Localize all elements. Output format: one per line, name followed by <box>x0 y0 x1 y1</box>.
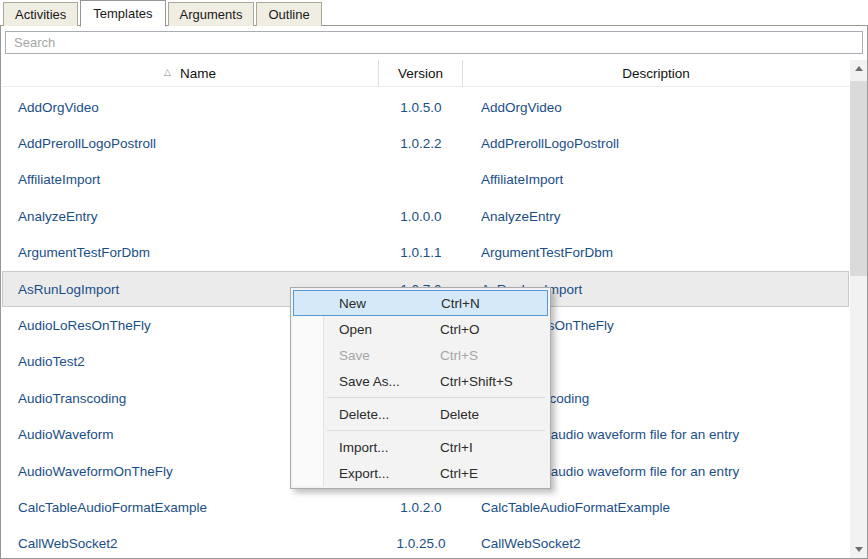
menu-item-shortcut: Ctrl+O <box>440 322 479 337</box>
menu-item-save: SaveCtrl+S <box>293 342 548 368</box>
tab-outline[interactable]: Outline <box>256 2 321 26</box>
scrollbar-thumb[interactable] <box>850 81 867 276</box>
table-row[interactable]: CallWebSocket21.0.25.0CallWebSocket2 <box>2 526 849 559</box>
menu-item-export[interactable]: Export...Ctrl+E <box>293 460 548 486</box>
template-name-link[interactable]: CallWebSocket2 <box>2 526 379 559</box>
vertical-scrollbar[interactable] <box>850 60 867 558</box>
menu-item-label: Save As... <box>339 374 400 389</box>
tab-templates[interactable]: Templates <box>80 0 165 27</box>
up-arrow-icon <box>855 66 863 71</box>
template-name-link[interactable]: AnalyzeEntry <box>2 198 379 234</box>
menu-item-shortcut: Ctrl+N <box>441 296 480 311</box>
template-version: 1.0.25.0 <box>379 526 463 559</box>
menu-separator <box>327 397 545 398</box>
template-description: CallWebSocket2 <box>463 526 849 559</box>
column-header-name[interactable]: △ Name <box>2 60 379 86</box>
column-header-version[interactable]: Version <box>379 60 463 86</box>
menu-item-label: Export... <box>339 466 389 481</box>
grid-header: △ Name Version Description <box>2 60 849 87</box>
table-row[interactable]: ArgumentTestForDbm1.0.1.1ArgumentTestFor… <box>2 235 849 271</box>
down-arrow-icon <box>855 547 863 552</box>
scroll-up-button[interactable] <box>850 60 867 77</box>
template-version: 1.0.2.2 <box>379 125 463 161</box>
table-row[interactable]: AnalyzeEntry1.0.0.0AnalyzeEntry <box>2 198 849 234</box>
menu-item-open[interactable]: OpenCtrl+O <box>293 316 548 342</box>
menu-item-shortcut: Delete <box>440 407 479 422</box>
menu-item-shortcut: Ctrl+E <box>440 466 478 481</box>
table-row[interactable]: AffiliateImportAffiliateImport <box>2 162 849 198</box>
table-row[interactable]: AddOrgVideo1.0.5.0AddOrgVideo <box>2 89 849 125</box>
template-name-link[interactable]: CalcTableAudioFormatExample <box>2 489 379 525</box>
tab-bar: ActivitiesTemplatesArgumentsOutline <box>3 0 324 26</box>
template-description: AddOrgVideo <box>463 89 849 125</box>
sort-ascending-icon: △ <box>164 67 171 77</box>
menu-item-import[interactable]: Import...Ctrl+I <box>293 434 548 460</box>
table-row[interactable]: CalcTableAudioFormatExample1.0.2.0CalcTa… <box>2 489 849 525</box>
scroll-down-button[interactable] <box>850 541 867 558</box>
menu-item-shortcut: Ctrl+Shift+S <box>440 374 513 389</box>
template-description: CalcTableAudioFormatExample <box>463 489 849 525</box>
menu-item-new[interactable]: NewCtrl+N <box>293 290 548 316</box>
column-header-description[interactable]: Description <box>463 60 849 86</box>
menu-item-label: Import... <box>339 440 389 455</box>
template-description: AffiliateImport <box>463 162 849 198</box>
template-name-link[interactable]: ArgumentTestForDbm <box>2 235 379 271</box>
menu-item-label: Open <box>339 322 372 337</box>
column-header-name-label: Name <box>180 66 216 81</box>
menu-item-label: Delete... <box>339 407 389 422</box>
template-version: 1.0.0.0 <box>379 198 463 234</box>
menu-item-shortcut: Ctrl+I <box>440 440 473 455</box>
template-description: AddPrerollLogoPostroll <box>463 125 849 161</box>
menu-item-label: New <box>339 296 366 311</box>
template-version <box>379 162 463 198</box>
template-version: 1.0.5.0 <box>379 89 463 125</box>
template-description: ArgumentTestForDbm <box>463 235 849 271</box>
template-name-link[interactable]: AddOrgVideo <box>2 89 379 125</box>
template-description: AnalyzeEntry <box>463 198 849 234</box>
menu-separator <box>327 430 545 431</box>
menu-item-save-as[interactable]: Save As...Ctrl+Shift+S <box>293 368 548 394</box>
template-name-link[interactable]: AffiliateImport <box>2 162 379 198</box>
template-version: 1.0.2.0 <box>379 489 463 525</box>
template-name-link[interactable]: AddPrerollLogoPostroll <box>2 125 379 161</box>
tab-arguments[interactable]: Arguments <box>168 2 255 26</box>
menu-item-label: Save <box>339 348 370 363</box>
menu-item-shortcut: Ctrl+S <box>440 348 478 363</box>
tab-activities[interactable]: Activities <box>3 2 78 26</box>
context-menu: NewCtrl+NOpenCtrl+OSaveCtrl+SSave As...C… <box>290 287 551 489</box>
search-input[interactable] <box>5 31 863 54</box>
table-row[interactable]: AddPrerollLogoPostroll1.0.2.2AddPrerollL… <box>2 125 849 161</box>
template-version: 1.0.1.1 <box>379 235 463 271</box>
menu-item-delete[interactable]: Delete...Delete <box>293 401 548 427</box>
